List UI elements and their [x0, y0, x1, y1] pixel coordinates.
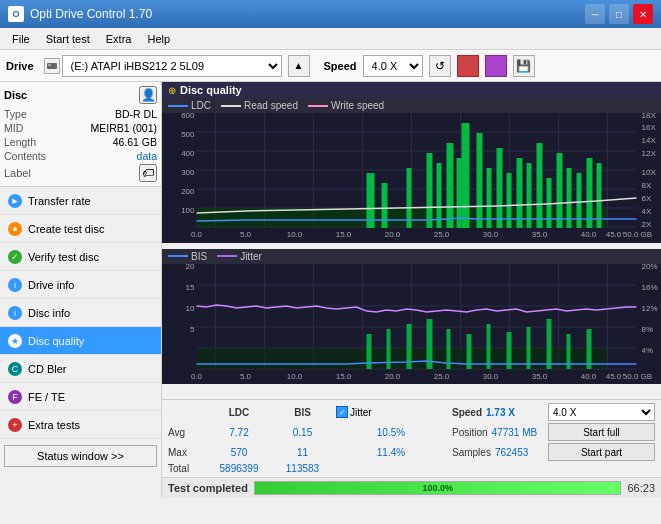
status-window-button[interactable]: Status window >> — [4, 445, 157, 467]
drive-select[interactable]: (E:) ATAPI iHBS212 2 5L09 — [62, 55, 282, 77]
svg-text:15.0: 15.0 — [336, 230, 352, 239]
jitter-color — [217, 255, 237, 257]
progress-fill: 100.0% — [255, 482, 621, 494]
nav-verify-test-disc[interactable]: ✓ Verify test disc — [0, 243, 161, 271]
svg-text:40.0: 40.0 — [581, 230, 597, 239]
samples-val: 762453 — [495, 447, 528, 458]
speed-label: Speed — [324, 60, 357, 72]
svg-rect-59 — [517, 158, 523, 228]
svg-rect-55 — [477, 133, 483, 228]
nav-cd-bler[interactable]: C CD Bler — [0, 355, 161, 383]
speed-val: 1.73 X — [486, 407, 515, 418]
svg-rect-66 — [587, 158, 593, 228]
nav-disc-quality[interactable]: ★ Disc quality — [0, 327, 161, 355]
position-label: Position — [452, 427, 488, 438]
legend-jitter: Jitter — [217, 251, 262, 262]
drivebar: Drive (E:) ATAPI iHBS212 2 5L09 ▲ Speed … — [0, 50, 661, 82]
jitter-check: ✓ Jitter — [336, 406, 446, 418]
speed-info: Speed 1.73 X — [452, 407, 542, 418]
jitter-avg: 10.5% — [336, 427, 446, 438]
menu-starttest[interactable]: Start test — [38, 31, 98, 47]
nav-fe-te[interactable]: F FE / TE — [0, 383, 161, 411]
nav-transfer-rate[interactable]: ► Transfer rate — [0, 187, 161, 215]
save-button[interactable]: 💾 — [513, 55, 535, 77]
svg-text:25.0: 25.0 — [434, 230, 450, 239]
svg-text:20: 20 — [186, 264, 195, 271]
read-color — [221, 105, 241, 107]
svg-text:16X: 16X — [642, 123, 657, 132]
svg-text:5.0: 5.0 — [240, 372, 252, 381]
svg-text:300: 300 — [181, 168, 195, 177]
svg-text:40.0: 40.0 — [581, 372, 597, 381]
speed-select[interactable]: 4.0 X — [363, 55, 423, 77]
svg-text:10.0: 10.0 — [287, 372, 303, 381]
nav-label-extra-tests: Extra tests — [28, 419, 80, 431]
svg-text:6X: 6X — [642, 194, 652, 203]
disc-label-button[interactable]: 🏷 — [139, 164, 157, 182]
menu-extra[interactable]: Extra — [98, 31, 140, 47]
nav-label-transfer-rate: Transfer rate — [28, 195, 91, 207]
refresh-button[interactable]: ↺ — [429, 55, 451, 77]
jitter-header: Jitter — [350, 407, 372, 418]
svg-text:20.0: 20.0 — [385, 372, 401, 381]
svg-rect-110 — [487, 324, 491, 369]
close-button[interactable]: ✕ — [633, 4, 653, 24]
drive-info-icon: i — [8, 278, 22, 292]
svg-text:100: 100 — [181, 206, 195, 215]
svg-text:16%: 16% — [642, 283, 658, 292]
svg-rect-115 — [587, 329, 592, 369]
disc-mid-label: MID — [4, 122, 23, 134]
top-chart-svg: 600 500 400 300 200 100 18X 16X 14X 12X … — [162, 113, 661, 243]
bis-max: 11 — [275, 447, 330, 458]
chart-icon: ⊕ — [168, 85, 176, 96]
bottom-chart-svg: 20 15 10 5 20% 16% 12% 8% 4% 0.0 5.0 10.… — [162, 264, 661, 384]
status-text: Test completed — [168, 482, 248, 494]
nav-label-disc-info: Disc info — [28, 307, 70, 319]
write-color — [308, 105, 328, 107]
svg-rect-50 — [427, 153, 433, 228]
nav-create-test-disc[interactable]: ● Create test disc — [0, 215, 161, 243]
svg-rect-1 — [48, 64, 51, 66]
svg-text:45.0: 45.0 — [606, 230, 622, 239]
minimize-button[interactable]: ─ — [585, 4, 605, 24]
nav-disc-info[interactable]: i Disc info — [0, 299, 161, 327]
transfer-rate-icon: ► — [8, 194, 22, 208]
svg-rect-51 — [437, 163, 442, 228]
disc-refresh-button[interactable]: 👤 — [139, 86, 157, 104]
svg-text:25.0: 25.0 — [434, 372, 450, 381]
chart-header: ⊕ Disc quality — [162, 82, 661, 98]
max-label: Max — [168, 447, 203, 458]
svg-text:18X: 18X — [642, 113, 657, 120]
avg-label: Avg — [168, 427, 203, 438]
svg-rect-112 — [527, 327, 531, 369]
progress-area: Test completed 100.0% 66:23 — [162, 477, 661, 498]
disc-purple-button[interactable] — [485, 55, 507, 77]
nav-label-disc-quality: Disc quality — [28, 335, 84, 347]
bottom-chart: BIS Jitter — [162, 249, 661, 400]
svg-text:2X: 2X — [642, 220, 652, 229]
svg-text:12X: 12X — [642, 149, 657, 158]
svg-text:20.0: 20.0 — [385, 230, 401, 239]
speed-test-select[interactable]: 4.0 X — [548, 403, 655, 421]
maximize-button[interactable]: □ — [609, 4, 629, 24]
svg-text:10: 10 — [186, 304, 195, 313]
menu-file[interactable]: File — [4, 31, 38, 47]
fe-te-icon: F — [8, 390, 22, 404]
svg-text:10X: 10X — [642, 168, 657, 177]
position-group: Position 47731 MB — [452, 427, 542, 438]
disc-color-button[interactable] — [457, 55, 479, 77]
legend-read: Read speed — [221, 100, 298, 111]
start-part-button[interactable]: Start part — [548, 443, 655, 461]
svg-rect-61 — [537, 143, 543, 228]
jitter-checkbox[interactable]: ✓ — [336, 406, 348, 418]
svg-text:500: 500 — [181, 130, 195, 139]
progress-bar: 100.0% — [254, 481, 622, 495]
svg-text:0.0: 0.0 — [191, 372, 203, 381]
nav-drive-info[interactable]: i Drive info — [0, 271, 161, 299]
nav-extra-tests[interactable]: + Extra tests — [0, 411, 161, 439]
drive-eject-button[interactable]: ▲ — [288, 55, 310, 77]
svg-text:14X: 14X — [642, 136, 657, 145]
start-full-button[interactable]: Start full — [548, 423, 655, 441]
menu-help[interactable]: Help — [139, 31, 178, 47]
svg-text:15: 15 — [186, 283, 195, 292]
